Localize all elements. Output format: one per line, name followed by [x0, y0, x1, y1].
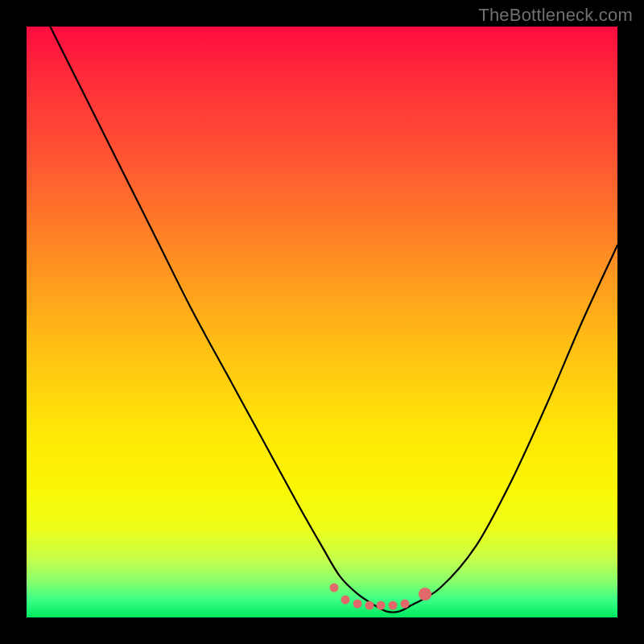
- marker-optimal-e: [389, 601, 398, 610]
- marker-optimal-f: [400, 600, 409, 609]
- marker-optimal-a: [341, 595, 350, 604]
- plot-area: [27, 27, 617, 617]
- curve-layer: [27, 27, 617, 617]
- marker-optimal-end: [419, 588, 431, 601]
- bottleneck-curve: [50, 27, 617, 613]
- chart-stage: TheBottleneck.com: [0, 0, 644, 644]
- marker-optimal-c: [365, 601, 374, 610]
- marker-optimal-start: [329, 584, 338, 592]
- watermark-text: TheBottleneck.com: [478, 5, 633, 26]
- marker-optimal-b: [353, 600, 362, 609]
- marker-optimal-d: [377, 601, 386, 610]
